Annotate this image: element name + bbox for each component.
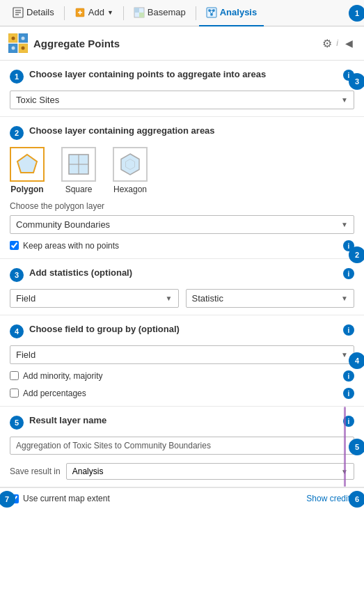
step3-field-dropdown[interactable]: Field ▼ bbox=[10, 289, 179, 308]
polygon-label: Polygon bbox=[10, 185, 43, 194]
step3-statistic-dropdown[interactable]: Statistic ▼ bbox=[186, 289, 355, 308]
keep-areas-checkbox[interactable] bbox=[10, 241, 19, 250]
nav-details-label: Details bbox=[26, 7, 54, 17]
step2-dropdown-arrow: ▼ bbox=[341, 221, 348, 228]
details-icon bbox=[13, 7, 24, 18]
step4-section: 4 Choose field to group by (optional) i … bbox=[0, 315, 364, 407]
outer-badge-6[interactable]: 6 bbox=[349, 491, 364, 508]
nav-divider-2 bbox=[123, 6, 124, 20]
step4-label: Choose field to group by (optional) bbox=[29, 324, 338, 334]
polygon-icon-container bbox=[10, 147, 45, 182]
step3-info-icon[interactable]: i bbox=[343, 268, 354, 279]
app-wrapper: Details Add ▼ Basemap bbox=[0, 0, 364, 509]
step2-layer-dropdown[interactable]: Community Boundaries ▼ bbox=[10, 215, 354, 234]
nav-analysis[interactable]: Analysis bbox=[199, 0, 264, 26]
analysis-icon bbox=[206, 7, 217, 18]
panel-title-row: Aggregate Points bbox=[8, 33, 120, 53]
svg-marker-31 bbox=[121, 154, 139, 175]
outer-badge-3[interactable]: 3 bbox=[349, 73, 364, 90]
line-indicator-5 bbox=[344, 407, 346, 487]
svg-point-23 bbox=[12, 47, 15, 50]
step3-label: Add statistics (optional) bbox=[29, 267, 338, 278]
step3-section: 3 Add statistics (optional) i Field ▼ St… bbox=[0, 259, 364, 315]
step3-statistic-value: Statistic bbox=[192, 293, 224, 304]
panel-actions: ⚙ i ◀ bbox=[322, 36, 356, 50]
hexagon-icon-container bbox=[113, 147, 148, 182]
use-extent-label: Use current map extent bbox=[23, 494, 110, 503]
step2-checkbox-row: Keep areas with no points i bbox=[10, 240, 354, 251]
step4-field-dropdown[interactable]: Field ▼ bbox=[10, 345, 354, 364]
header-info-icon[interactable]: i bbox=[336, 38, 338, 48]
add-minority-checkbox[interactable] bbox=[10, 371, 19, 380]
nav-add-arrow: ▼ bbox=[107, 9, 113, 16]
outer-badge-5[interactable]: 5 bbox=[349, 439, 364, 455]
nav-add[interactable]: Add ▼ bbox=[68, 0, 120, 26]
outer-badge-7[interactable]: 7 bbox=[0, 491, 15, 508]
svg-point-22 bbox=[22, 37, 25, 40]
svg-point-21 bbox=[12, 37, 15, 40]
agg-option-polygon[interactable]: Polygon bbox=[10, 147, 45, 194]
add-percentages-checkbox[interactable] bbox=[10, 389, 19, 398]
step1-section: 1 Choose layer containing points to aggr… bbox=[0, 61, 364, 117]
polygon-shape-icon bbox=[15, 152, 40, 177]
agg-option-hexagon[interactable]: Hexagon bbox=[113, 147, 148, 194]
save-dropdown-value: Analysis bbox=[72, 466, 104, 476]
back-button[interactable]: ◀ bbox=[342, 36, 356, 50]
aggregate-points-icon bbox=[8, 33, 28, 53]
step5-label: Result layer name bbox=[29, 415, 338, 425]
step2-label: Choose layer containing aggregation area… bbox=[29, 125, 354, 136]
nav-analysis-label: Analysis bbox=[220, 7, 257, 17]
panel-header: Aggregate Points ⚙ i ◀ 2 bbox=[0, 26, 364, 61]
step4-field-value: Field bbox=[16, 350, 35, 360]
step1-badge: 1 bbox=[10, 70, 24, 84]
outer-badge-4[interactable]: 4 bbox=[349, 352, 364, 369]
nav-add-label: Add bbox=[88, 7, 104, 17]
step4-info-icon-2[interactable]: i bbox=[343, 388, 354, 399]
step2-section: 2 Choose layer containing aggregation ar… bbox=[0, 117, 364, 259]
show-credits-link[interactable]: Show credits bbox=[306, 494, 354, 503]
basemap-icon bbox=[134, 7, 145, 18]
nav-divider-1 bbox=[64, 6, 65, 20]
step5-section: 5 Result layer name i Save result in Ana… bbox=[0, 407, 364, 487]
agg-option-square[interactable]: Square bbox=[61, 147, 96, 194]
top-nav: Details Add ▼ Basemap bbox=[0, 0, 364, 26]
nav-basemap[interactable]: Basemap bbox=[127, 0, 193, 26]
nav-details[interactable]: Details bbox=[6, 0, 61, 26]
outer-badge-1[interactable]: 1 bbox=[349, 5, 364, 22]
nav-basemap-label: Basemap bbox=[148, 7, 186, 17]
square-shape-icon bbox=[66, 152, 91, 177]
step4-info-icon-1[interactable]: i bbox=[343, 370, 354, 382]
save-result-label: Save result in bbox=[10, 466, 61, 476]
step2-sub-label: Choose the polygon layer bbox=[10, 201, 354, 211]
add-percentages-label: Add percentages bbox=[23, 389, 86, 398]
svg-rect-9 bbox=[139, 13, 144, 17]
settings-button[interactable]: ⚙ bbox=[322, 37, 332, 50]
step3-dropdowns-row: Field ▼ Statistic ▼ bbox=[10, 289, 354, 308]
add-icon bbox=[74, 7, 86, 18]
svg-marker-25 bbox=[17, 155, 37, 173]
hexagon-shape-icon bbox=[118, 152, 143, 177]
step2-dropdown-value: Community Boundaries bbox=[16, 219, 110, 230]
save-result-dropdown[interactable]: Analysis ▼ bbox=[66, 463, 354, 480]
result-name-input[interactable] bbox=[10, 437, 354, 455]
hexagon-label: Hexagon bbox=[113, 185, 147, 194]
step3-field-value: Field bbox=[16, 293, 35, 304]
step1-dropdown-value: Toxic Sites bbox=[16, 95, 59, 105]
step3-field-arrow: ▼ bbox=[166, 295, 173, 302]
step1-label: Choose layer containing points to aggreg… bbox=[29, 69, 338, 79]
step4-info-icon[interactable]: i bbox=[343, 324, 354, 336]
step4-badge: 4 bbox=[10, 324, 24, 338]
bottom-bar: Use current map extent Show credits 6 7 bbox=[0, 487, 364, 509]
outer-badge-2[interactable]: 2 bbox=[349, 246, 364, 263]
step5-badge: 5 bbox=[10, 416, 24, 430]
step1-header: 1 Choose layer containing points to aggr… bbox=[10, 69, 354, 84]
keep-areas-label: Keep areas with no points bbox=[23, 241, 119, 251]
square-icon-container bbox=[61, 147, 96, 182]
step3-statistic-arrow: ▼ bbox=[341, 295, 348, 302]
step1-layer-dropdown[interactable]: Toxic Sites ▼ bbox=[10, 91, 354, 109]
square-label: Square bbox=[65, 185, 93, 194]
step4-field-arrow: ▼ bbox=[341, 351, 348, 359]
step1-dropdown-arrow: ▼ bbox=[341, 96, 348, 104]
step4-checkbox2-row: Add percentages i bbox=[10, 387, 354, 399]
nav-divider-3 bbox=[196, 6, 196, 20]
